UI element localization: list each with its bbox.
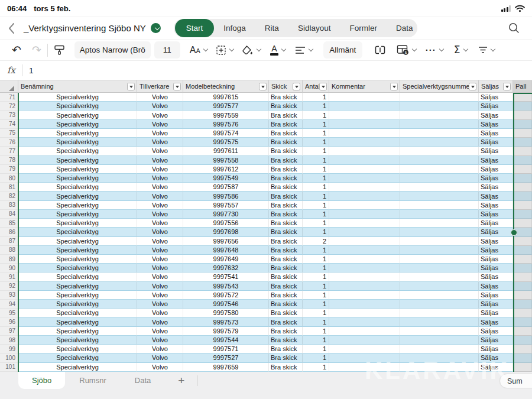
- cell[interactable]: [329, 120, 400, 129]
- cell[interactable]: Specialverktyg: [18, 201, 137, 210]
- cell[interactable]: Specialverktyg: [18, 174, 137, 183]
- cell[interactable]: [513, 210, 532, 219]
- cell[interactable]: 1: [303, 345, 329, 353]
- cell[interactable]: [400, 300, 479, 309]
- cell-format-button[interactable]: $: [397, 41, 416, 59]
- cell[interactable]: Bra skick: [269, 309, 303, 317]
- cell[interactable]: 9997698: [183, 228, 269, 236]
- row-header[interactable]: 82: [0, 192, 18, 200]
- merge-cells-button[interactable]: [374, 41, 386, 59]
- cell[interactable]: [513, 138, 532, 147]
- cell[interactable]: 9997587: [183, 183, 269, 192]
- cell[interactable]: [329, 201, 400, 210]
- cell[interactable]: Specialverktyg: [18, 273, 137, 281]
- cell[interactable]: Säljas: [479, 156, 513, 165]
- cell[interactable]: Säljas: [479, 327, 513, 336]
- undo-button[interactable]: ↶: [12, 41, 21, 59]
- cell[interactable]: Volvo: [137, 264, 183, 273]
- cell[interactable]: Volvo: [137, 120, 183, 129]
- autosum-button[interactable]: Σ: [454, 41, 468, 59]
- cell[interactable]: Volvo: [137, 327, 183, 336]
- cell[interactable]: Volvo: [137, 309, 183, 317]
- cell[interactable]: Volvo: [137, 363, 183, 372]
- cell[interactable]: Bra skick: [269, 317, 303, 326]
- cell[interactable]: 9997527: [183, 353, 269, 362]
- cell[interactable]: [329, 174, 400, 183]
- cell[interactable]: 9997580: [183, 309, 269, 317]
- cell[interactable]: Specialverktyg: [18, 120, 137, 129]
- cell[interactable]: [400, 165, 479, 174]
- cell[interactable]: Bra skick: [269, 147, 303, 155]
- cell[interactable]: Säljas: [479, 102, 513, 111]
- cell[interactable]: Volvo: [137, 111, 183, 119]
- cell[interactable]: Specialverktyg: [18, 363, 137, 372]
- cell[interactable]: [329, 183, 400, 192]
- filter-button[interactable]: [390, 83, 398, 90]
- cell[interactable]: [329, 228, 400, 236]
- cell[interactable]: Volvo: [137, 237, 183, 246]
- borders-button[interactable]: [216, 41, 233, 59]
- cell[interactable]: [329, 129, 400, 138]
- cell[interactable]: Bra skick: [269, 327, 303, 336]
- cell[interactable]: 1: [303, 300, 329, 309]
- cell[interactable]: 1: [303, 264, 329, 273]
- row-header[interactable]: 72: [0, 102, 18, 111]
- column-header-5[interactable]: Antal: [303, 80, 329, 93]
- row-header[interactable]: 88: [0, 246, 18, 255]
- cell[interactable]: Säljas: [479, 165, 513, 174]
- cell[interactable]: 9997648: [183, 246, 269, 255]
- column-header-1[interactable]: Benämning: [18, 80, 137, 93]
- row-header[interactable]: 90: [0, 264, 18, 273]
- cell[interactable]: [513, 353, 532, 362]
- cell[interactable]: [513, 282, 532, 291]
- cell[interactable]: 1: [303, 291, 329, 300]
- cell[interactable]: 1: [303, 363, 329, 372]
- cell[interactable]: Specialverktyg: [18, 138, 137, 147]
- cell[interactable]: 1: [303, 192, 329, 200]
- number-format-picker[interactable]: Allmänt: [323, 41, 362, 59]
- cell[interactable]: [513, 174, 532, 183]
- cell[interactable]: 1: [303, 174, 329, 183]
- cell[interactable]: Bra skick: [269, 102, 303, 111]
- tab-data[interactable]: Data: [387, 19, 417, 37]
- cell[interactable]: [513, 264, 532, 273]
- column-header-2[interactable]: Tillverkare: [137, 80, 183, 93]
- cell[interactable]: 9997611: [183, 147, 269, 155]
- cell[interactable]: Volvo: [137, 138, 183, 147]
- cell[interactable]: [329, 102, 400, 111]
- cell[interactable]: 9997556: [183, 219, 269, 228]
- cell[interactable]: 1: [303, 111, 329, 119]
- cell[interactable]: Specialverktyg: [18, 237, 137, 246]
- cell[interactable]: [400, 201, 479, 210]
- document-menu-button[interactable]: [151, 23, 161, 33]
- cell[interactable]: 9997559: [183, 111, 269, 119]
- cell[interactable]: Volvo: [137, 255, 183, 264]
- row-header[interactable]: 74: [0, 120, 18, 129]
- cell[interactable]: [400, 138, 479, 147]
- cell[interactable]: [329, 165, 400, 174]
- cell[interactable]: Volvo: [137, 129, 183, 138]
- cell[interactable]: Säljas: [479, 246, 513, 255]
- cell[interactable]: [329, 345, 400, 353]
- cell[interactable]: 9997730: [183, 210, 269, 219]
- column-header-3[interactable]: Modelbeteckning: [183, 80, 269, 93]
- format-painter-button[interactable]: [54, 41, 65, 59]
- cell[interactable]: [400, 156, 479, 165]
- cell[interactable]: [329, 192, 400, 200]
- row-header[interactable]: 91: [0, 273, 18, 281]
- cell[interactable]: [513, 147, 532, 155]
- cell[interactable]: Bra skick: [269, 93, 303, 102]
- sum-status-pill[interactable]: Sum: [499, 374, 532, 388]
- cell[interactable]: Säljas: [479, 282, 513, 291]
- cell[interactable]: Bra skick: [269, 353, 303, 362]
- font-style-button[interactable]: AA: [190, 41, 207, 59]
- cell[interactable]: Specialverktyg: [18, 147, 137, 155]
- cell[interactable]: Säljas: [479, 192, 513, 200]
- cell[interactable]: Volvo: [137, 174, 183, 183]
- row-header[interactable]: 97: [0, 327, 18, 336]
- cell[interactable]: 9997557: [183, 201, 269, 210]
- cell[interactable]: Volvo: [137, 300, 183, 309]
- cell[interactable]: Bra skick: [269, 129, 303, 138]
- cell[interactable]: Bra skick: [269, 138, 303, 147]
- select-all-corner[interactable]: [0, 80, 18, 93]
